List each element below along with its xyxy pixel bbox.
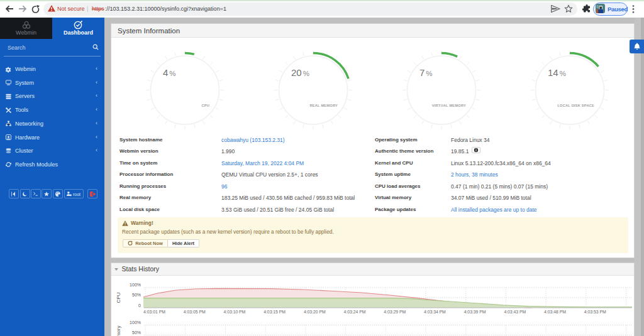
svg-text:4:03:20 PM: 4:03:20 PM <box>304 310 326 314</box>
svg-text:LOCAL DISK SPACE: LOCAL DISK SPACE <box>557 104 594 107</box>
svg-text:4:03:39 PM: 4:03:39 PM <box>464 310 486 314</box>
svg-text:4:03:01 PM: 4:03:01 PM <box>143 310 165 314</box>
svg-text:4:03:29 PM: 4:03:29 PM <box>384 310 406 314</box>
svg-text:100%: 100% <box>130 283 141 287</box>
svg-text:50%: 50% <box>132 330 141 335</box>
svg-text:REAL MEMORY: REAL MEMORY <box>309 104 338 107</box>
svg-text:4:03:43 PM: 4:03:43 PM <box>504 310 526 314</box>
svg-text:50%: 50% <box>132 293 141 297</box>
svg-text:4:03:48 PM: 4:03:48 PM <box>544 310 566 314</box>
svg-text:Memory: Memory <box>116 326 121 336</box>
svg-text:0: 0 <box>138 303 141 308</box>
svg-text:4:03:05 PM: 4:03:05 PM <box>184 310 206 314</box>
svg-text:4:03:15 PM: 4:03:15 PM <box>264 310 286 314</box>
svg-text:CPU: CPU <box>116 292 121 303</box>
svg-text:4:03:53 PM: 4:03:53 PM <box>584 310 606 314</box>
svg-text:CPU: CPU <box>201 104 209 107</box>
svg-text:4:03:34 PM: 4:03:34 PM <box>424 310 446 314</box>
svg-text:4:03:10 PM: 4:03:10 PM <box>224 310 246 314</box>
svg-text:4:03:24 PM: 4:03:24 PM <box>344 310 366 314</box>
svg-text:VIRTUAL MEMORY: VIRTUAL MEMORY <box>432 104 466 107</box>
svg-text:100%: 100% <box>130 320 141 325</box>
